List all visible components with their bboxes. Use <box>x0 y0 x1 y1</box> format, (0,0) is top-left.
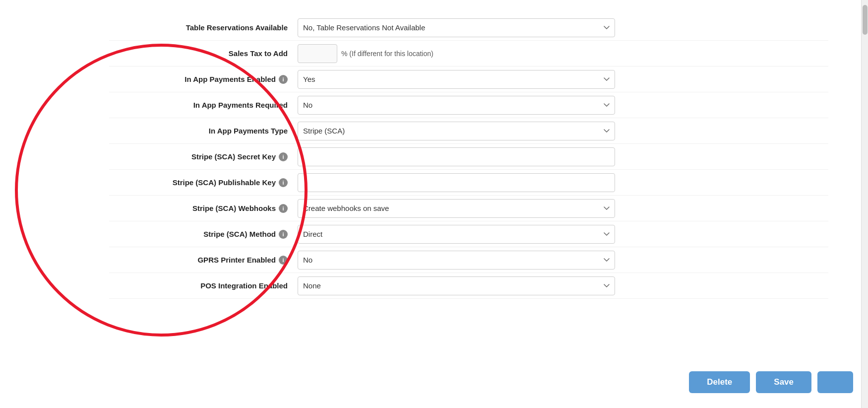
info-icon-stripe-webhooks[interactable]: i <box>279 204 288 213</box>
footer-buttons: Delete Save <box>689 371 853 393</box>
control-in-app-payments-enabled: Yes No <box>298 70 615 89</box>
scrollbar-thumb[interactable] <box>863 5 868 35</box>
control-pos-integration-enabled: None Yes <box>298 276 615 295</box>
select-table-reservations[interactable]: No, Table Reservations Not Available Yes… <box>298 18 615 37</box>
control-sales-tax: % (If different for this location) <box>298 44 615 63</box>
label-sales-tax: Sales Tax to Add <box>109 49 298 58</box>
label-in-app-payments-required: In App Payments Required <box>109 101 298 109</box>
row-table-reservations: Table Reservations Available No, Table R… <box>109 15 828 41</box>
row-in-app-payments-required: In App Payments Required No Yes <box>109 92 828 118</box>
row-gprs-printer-enabled: GPRS Printer Enabled i No Yes <box>109 247 828 273</box>
sales-tax-suffix: % (If different for this location) <box>341 50 434 58</box>
input-stripe-publishable-key[interactable] <box>298 173 615 192</box>
label-gprs-printer-enabled: GPRS Printer Enabled i <box>109 256 298 265</box>
form-area: Table Reservations Available No, Table R… <box>99 5 868 408</box>
label-table-reservations: Table Reservations Available <box>109 23 298 32</box>
row-stripe-method: Stripe (SCA) Method i Direct Redirect <box>109 221 828 247</box>
page-container: Table Reservations Available No, Table R… <box>0 0 868 408</box>
row-stripe-webhooks: Stripe (SCA) Webhooks i Create webhooks … <box>109 196 828 221</box>
save-button[interactable]: Save <box>756 371 811 393</box>
row-pos-integration-enabled: POS Integration Enabled None Yes <box>109 273 828 299</box>
control-in-app-payments-required: No Yes <box>298 96 615 115</box>
control-gprs-printer-enabled: No Yes <box>298 251 615 270</box>
input-stripe-secret-key[interactable] <box>298 147 615 166</box>
label-stripe-method: Stripe (SCA) Method i <box>109 230 298 239</box>
label-in-app-payments-type: In App Payments Type <box>109 127 298 135</box>
row-in-app-payments-enabled: In App Payments Enabled i Yes No <box>109 67 828 92</box>
info-icon-stripe-method[interactable]: i <box>279 230 288 239</box>
scrollbar-track[interactable] <box>861 0 868 408</box>
info-icon-payments-enabled[interactable]: i <box>279 75 288 84</box>
control-stripe-webhooks: Create webhooks on save Do not create we… <box>298 199 615 218</box>
select-gprs-printer-enabled[interactable]: No Yes <box>298 251 615 270</box>
label-in-app-payments-enabled: In App Payments Enabled i <box>109 75 298 84</box>
label-stripe-secret-key: Stripe (SCA) Secret Key i <box>109 152 298 161</box>
select-in-app-payments-required[interactable]: No Yes <box>298 96 615 115</box>
label-stripe-publishable-key: Stripe (SCA) Publishable Key i <box>109 178 298 187</box>
info-icon-gprs-printer[interactable]: i <box>279 256 288 265</box>
control-stripe-publishable-key <box>298 173 615 192</box>
select-in-app-payments-enabled[interactable]: Yes No <box>298 70 615 89</box>
control-stripe-method: Direct Redirect <box>298 225 615 244</box>
row-stripe-secret-key: Stripe (SCA) Secret Key i <box>109 144 828 170</box>
select-pos-integration-enabled[interactable]: None Yes <box>298 276 615 295</box>
extra-button[interactable] <box>817 371 853 393</box>
label-pos-integration-enabled: POS Integration Enabled <box>109 281 298 290</box>
delete-button[interactable]: Delete <box>689 371 750 393</box>
info-icon-stripe-publishable[interactable]: i <box>279 178 288 187</box>
select-stripe-method[interactable]: Direct Redirect <box>298 225 615 244</box>
control-stripe-secret-key <box>298 147 615 166</box>
row-in-app-payments-type: In App Payments Type Stripe (SCA) PayPal… <box>109 118 828 144</box>
select-stripe-webhooks[interactable]: Create webhooks on save Do not create we… <box>298 199 615 218</box>
label-stripe-webhooks: Stripe (SCA) Webhooks i <box>109 204 298 213</box>
control-in-app-payments-type: Stripe (SCA) PayPal Other <box>298 122 615 140</box>
select-in-app-payments-type[interactable]: Stripe (SCA) PayPal Other <box>298 122 615 140</box>
row-sales-tax: Sales Tax to Add % (If different for thi… <box>109 41 828 67</box>
row-stripe-publishable-key: Stripe (SCA) Publishable Key i <box>109 170 828 196</box>
info-icon-stripe-secret[interactable]: i <box>279 152 288 161</box>
control-table-reservations: No, Table Reservations Not Available Yes… <box>298 18 615 37</box>
sales-tax-input[interactable] <box>298 44 337 63</box>
